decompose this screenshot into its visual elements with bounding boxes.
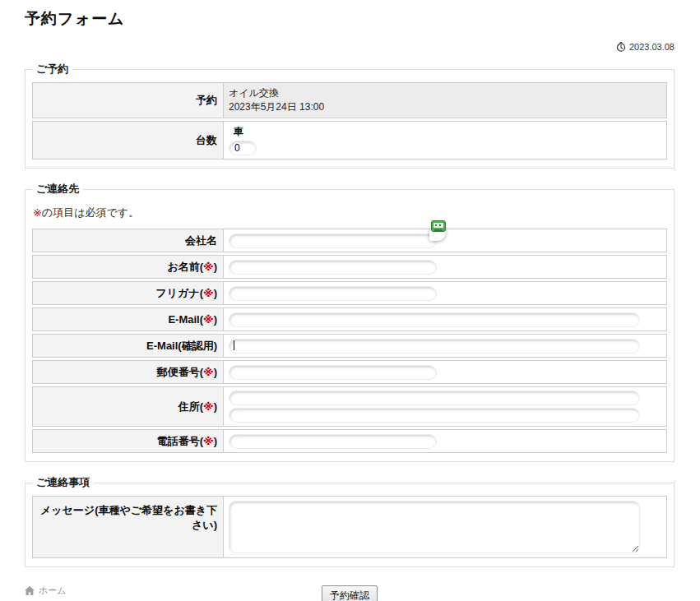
email-confirm-input[interactable]	[229, 339, 640, 354]
booking-label: 予約	[33, 83, 224, 118]
confirm-reservation-button[interactable]: 予約確認	[322, 585, 378, 601]
email-row: E-Mail(※)	[32, 307, 667, 331]
reservation-section: ご予約 予約 オイル交換 2023年5月24日 13:00 台数 車	[25, 62, 675, 169]
text-cursor	[234, 340, 234, 350]
furigana-row: フリガナ(※)	[32, 281, 667, 305]
phone-row: 電話番号(※)	[32, 429, 667, 453]
count-value-cell: 車	[224, 122, 666, 159]
message-section: ご連絡事項 メッセージ(車種やご希望をお書き下さい)	[25, 475, 675, 567]
home-label: ホーム	[39, 585, 67, 597]
name-row: お名前(※)	[32, 255, 667, 279]
autofill-robot-icon[interactable]	[429, 220, 448, 243]
submit-row: 予約確認	[25, 585, 675, 601]
phone-label: 電話番号(※)	[33, 430, 224, 452]
booking-row: 予約 オイル交換 2023年5月24日 13:00	[32, 82, 667, 118]
required-note: ※の項目は必須です。	[33, 206, 667, 220]
booking-value-cell: オイル交換 2023年5月24日 13:00	[224, 83, 666, 118]
zipcode-row: 郵便番号(※)	[32, 360, 667, 384]
email-confirm-row: E-Mail(確認用)	[32, 334, 667, 358]
count-label: 台数	[33, 122, 224, 159]
page: 予約フォーム 2023.03.08 ご予約 予約 オイル交換 2023年5月24…	[0, 0, 700, 601]
address-row: 住所(※)	[32, 386, 667, 427]
count-unit-label: 車	[234, 125, 243, 139]
booking-service: オイル交換	[229, 86, 279, 100]
message-label: メッセージ(車種やご希望をお書き下さい)	[33, 497, 224, 557]
zipcode-label: 郵便番号(※)	[33, 361, 224, 383]
email-label: E-Mail(※)	[33, 308, 224, 331]
booking-datetime: 2023年5月24日 13:00	[229, 100, 324, 114]
email-confirm-label: E-Mail(確認用)	[33, 335, 224, 357]
phone-input[interactable]	[229, 434, 437, 449]
address-input-1[interactable]	[229, 391, 640, 405]
contact-section: ご連絡先 ※の項目は必須です。 会社名 お名前(※) フリガナ(※) E-Mai…	[25, 182, 675, 462]
furigana-label: フリガナ(※)	[33, 282, 224, 304]
furigana-input[interactable]	[229, 286, 437, 301]
email-input[interactable]	[229, 312, 640, 327]
date-line: 2023.03.08	[25, 42, 675, 52]
count-row: 台数 車	[32, 121, 667, 159]
date-text: 2023.03.08	[629, 42, 675, 52]
address-input-2[interactable]	[229, 408, 640, 423]
company-input[interactable]	[229, 233, 437, 248]
zipcode-input[interactable]	[229, 365, 437, 380]
contact-legend: ご連絡先	[32, 182, 83, 196]
page-title: 予約フォーム	[25, 8, 675, 30]
address-label: 住所(※)	[33, 387, 224, 426]
clock-icon	[616, 42, 626, 52]
message-row: メッセージ(車種やご希望をお書き下さい)	[32, 496, 667, 558]
name-input[interactable]	[229, 260, 437, 275]
company-label: 会社名	[33, 229, 224, 252]
robot-head	[431, 220, 446, 232]
company-row: 会社名	[32, 229, 667, 252]
name-label: お名前(※)	[33, 256, 224, 278]
breadcrumb-home[interactable]: ホーム	[25, 585, 67, 597]
home-icon	[25, 586, 35, 595]
count-input[interactable]	[229, 141, 257, 155]
message-legend: ご連絡事項	[32, 475, 94, 490]
reservation-legend: ご予約	[32, 62, 72, 76]
message-textarea[interactable]	[229, 501, 640, 553]
